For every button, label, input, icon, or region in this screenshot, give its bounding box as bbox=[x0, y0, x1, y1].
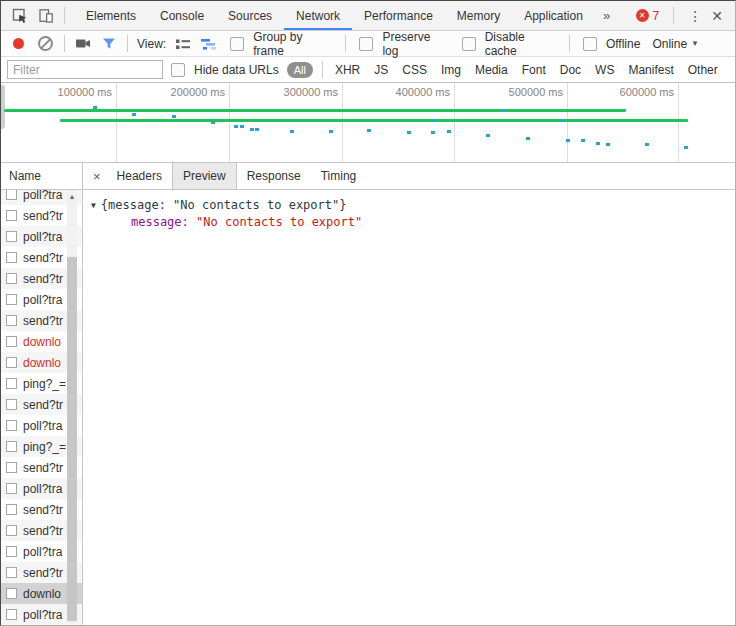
requests-split: Name poll?trasend?trpoll?trasend?trsend?… bbox=[1, 163, 735, 625]
disable-cache-checkbox[interactable] bbox=[462, 37, 476, 51]
overview-request-bar bbox=[60, 119, 688, 122]
record-button[interactable] bbox=[13, 38, 24, 49]
close-devtools-icon[interactable]: ✕ bbox=[711, 8, 723, 24]
overview-request-dot bbox=[526, 137, 530, 140]
overview-request-dot bbox=[431, 131, 435, 134]
overview-request-dot bbox=[596, 142, 600, 145]
network-overview[interactable]: 100000 ms200000 ms300000 ms400000 ms5000… bbox=[1, 83, 735, 163]
overview-request-dot bbox=[581, 139, 585, 142]
name-column-label: Name bbox=[9, 169, 41, 183]
overview-request-dot bbox=[606, 143, 610, 146]
overview-request-bar bbox=[4, 109, 626, 112]
tab-console[interactable]: Console bbox=[148, 1, 216, 30]
network-filterbar: Hide data URLs AllXHRJSCSSImgMediaFontDo… bbox=[1, 57, 735, 83]
divider bbox=[64, 7, 65, 24]
filter-font[interactable]: Font bbox=[522, 63, 546, 77]
filter-other[interactable]: Other bbox=[688, 63, 718, 77]
filter-funnel-icon[interactable] bbox=[96, 31, 122, 57]
tab-application[interactable]: Application bbox=[512, 1, 595, 30]
request-detail-panel: × HeadersPreviewResponseTiming ▼{message… bbox=[83, 163, 735, 625]
tab-memory[interactable]: Memory bbox=[445, 1, 512, 30]
json-summary-line[interactable]: ▼{message: "No contacts to export"} bbox=[91, 197, 735, 214]
tab-sources[interactable]: Sources bbox=[216, 1, 284, 30]
detail-tabbar: × HeadersPreviewResponseTiming bbox=[83, 163, 735, 190]
console-error-badge[interactable]: ✕ 7 bbox=[636, 9, 660, 23]
request-name: poll?tra bbox=[23, 230, 62, 244]
file-icon bbox=[6, 190, 17, 200]
detail-tab-headers[interactable]: Headers bbox=[107, 163, 172, 189]
expander-triangle-icon[interactable]: ▼ bbox=[91, 198, 96, 214]
overview-request-dot bbox=[447, 130, 451, 133]
close-detail-icon[interactable]: × bbox=[87, 169, 107, 184]
overview-request-dot bbox=[211, 121, 215, 124]
name-column-header[interactable]: Name bbox=[1, 163, 82, 190]
preserve-log-checkbox[interactable] bbox=[359, 37, 373, 51]
throttling-caret-icon[interactable]: ▼ bbox=[691, 39, 699, 48]
clear-icon[interactable] bbox=[38, 36, 53, 51]
filter-xhr[interactable]: XHR bbox=[335, 63, 360, 77]
divider bbox=[322, 61, 323, 78]
file-icon bbox=[6, 441, 17, 452]
detail-tab-timing[interactable]: Timing bbox=[311, 163, 367, 189]
request-name: send?tr bbox=[23, 566, 63, 580]
overview-gridline bbox=[454, 83, 455, 162]
group-by-frame-checkbox[interactable] bbox=[230, 37, 244, 51]
overview-request-dot bbox=[329, 130, 333, 133]
file-icon bbox=[6, 273, 17, 284]
request-list-scrollbar[interactable]: ▲ bbox=[67, 190, 77, 625]
filter-all[interactable]: All bbox=[287, 62, 313, 78]
devtools-window: ElementsConsoleSourcesNetworkPerformance… bbox=[0, 0, 736, 626]
filter-js[interactable]: JS bbox=[374, 63, 388, 77]
overview-request-dot bbox=[684, 146, 688, 149]
detail-tab-response[interactable]: Response bbox=[237, 163, 311, 189]
hide-data-urls-checkbox[interactable] bbox=[171, 63, 185, 77]
filter-manifest[interactable]: Manifest bbox=[628, 63, 673, 77]
resource-type-filters: AllXHRJSCSSImgMediaFontDocWSManifestOthe… bbox=[283, 61, 725, 78]
filter-css[interactable]: CSS bbox=[402, 63, 427, 77]
file-icon bbox=[6, 252, 17, 263]
file-icon bbox=[6, 609, 17, 620]
scrollbar-thumb[interactable] bbox=[67, 257, 77, 621]
divider bbox=[127, 35, 128, 52]
overview-tick-label: 100000 ms bbox=[24, 86, 112, 98]
capture-screenshots-icon[interactable] bbox=[70, 31, 96, 57]
file-icon bbox=[6, 567, 17, 578]
overview-request-dot bbox=[559, 119, 563, 122]
detail-tab-preview[interactable]: Preview bbox=[172, 163, 237, 189]
property-name: message: bbox=[131, 215, 196, 229]
more-tabs-chevron[interactable]: » bbox=[595, 1, 618, 30]
request-name: poll?tra bbox=[23, 419, 62, 433]
filter-media[interactable]: Media bbox=[475, 63, 508, 77]
filter-ws[interactable]: WS bbox=[595, 63, 614, 77]
throttling-value[interactable]: Online bbox=[652, 37, 687, 51]
divider bbox=[569, 35, 570, 52]
overview-request-dot bbox=[486, 134, 490, 137]
inspect-element-icon[interactable] bbox=[7, 3, 33, 29]
tab-elements[interactable]: Elements bbox=[74, 1, 148, 30]
file-icon bbox=[6, 315, 17, 326]
file-icon bbox=[6, 231, 17, 242]
tab-performance[interactable]: Performance bbox=[352, 1, 445, 30]
device-toolbar-icon[interactable] bbox=[33, 3, 59, 29]
file-icon bbox=[6, 588, 17, 599]
overview-gridline bbox=[567, 83, 568, 162]
devtools-menu-icon[interactable]: ⋮ bbox=[688, 9, 702, 23]
filter-input[interactable] bbox=[7, 60, 163, 79]
devtools-tabbar: ElementsConsoleSourcesNetworkPerformance… bbox=[1, 1, 735, 31]
filter-doc[interactable]: Doc bbox=[560, 63, 581, 77]
json-summary: {message: "No contacts to export"} bbox=[101, 198, 347, 212]
offline-checkbox[interactable] bbox=[583, 37, 597, 51]
panel-tabs: ElementsConsoleSourcesNetworkPerformance… bbox=[74, 1, 595, 30]
large-rows-icon[interactable] bbox=[170, 31, 196, 57]
file-icon bbox=[6, 294, 17, 305]
filter-img[interactable]: Img bbox=[441, 63, 461, 77]
request-name: poll?tra bbox=[23, 482, 62, 496]
divider bbox=[64, 35, 65, 52]
tab-network[interactable]: Network bbox=[284, 1, 352, 30]
file-icon bbox=[6, 504, 17, 515]
waterfall-view-icon[interactable] bbox=[196, 31, 222, 57]
scroll-up-icon[interactable]: ▲ bbox=[67, 193, 77, 201]
overview-request-dot bbox=[234, 125, 238, 128]
file-icon bbox=[6, 420, 17, 431]
request-name: ping?_= bbox=[23, 440, 66, 454]
